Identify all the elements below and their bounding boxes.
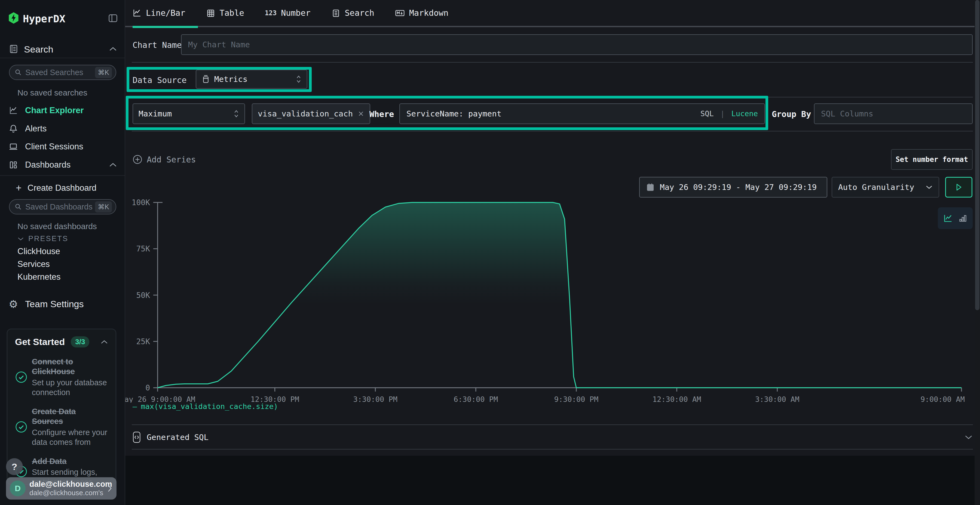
user-email: dale@clickhouse.com (29, 480, 103, 489)
svg-text:12:30:00 PM: 12:30:00 PM (250, 395, 299, 403)
sidebar-divider (0, 58, 125, 58)
sidebar-item-client-sessions[interactable]: Client Sessions (9, 142, 83, 152)
query-language-toggle[interactable]: SQL | Lucene (700, 110, 758, 118)
data-source-label: Data Source (132, 75, 187, 85)
svg-text:12:30:00 AM: 12:30:00 AM (652, 395, 701, 403)
no-saved-searches-text: No saved searches (18, 88, 88, 97)
sidebar-item-label: Client Sessions (25, 142, 83, 152)
no-saved-dashboards-text: No saved dashboards (18, 222, 97, 231)
legend-label: max(visa_validation_cache.size) (141, 402, 278, 411)
chevron-up-icon[interactable] (109, 46, 117, 52)
database-icon (202, 75, 210, 84)
svg-text:9:30:00 PM: 9:30:00 PM (554, 395, 599, 403)
row-divider (132, 62, 973, 63)
set-number-format-button[interactable]: Set number format (891, 149, 973, 170)
sidebar-section-search[interactable]: Search (24, 44, 53, 55)
close-icon[interactable] (358, 110, 364, 117)
sidebar-item-dashboards[interactable]: Dashboards (9, 160, 70, 170)
tab-search[interactable]: Search (331, 8, 374, 18)
svg-text:100K: 100K (132, 198, 150, 207)
user-menu[interactable]: D dale@clickhouse.com dale@clickhouse.co… (6, 477, 116, 500)
view-tabbar: Line/Bar Table 123 Number Search (125, 0, 980, 27)
active-tab-indicator (132, 26, 198, 28)
chevron-up-icon[interactable] (109, 162, 117, 168)
preset-kubernetes[interactable]: Kubernetes (18, 272, 61, 282)
get-started-badge: 3/3 (71, 336, 89, 348)
search-icon (14, 68, 22, 76)
preset-services[interactable]: Services (18, 259, 50, 269)
get-started-item[interactable]: Connect to ClickHouse Set up your databa… (15, 357, 108, 397)
sidebar-item-label: Dashboards (25, 160, 70, 170)
generated-sql-toggle[interactable]: Generated SQL (132, 429, 973, 446)
chart-area-fill (158, 202, 961, 388)
group-by-input[interactable] (814, 103, 973, 124)
sidebar-item-chart-explorer[interactable]: Chart Explorer (9, 106, 84, 115)
saved-searches-field[interactable] (25, 68, 95, 77)
legend-dash: — (132, 402, 137, 411)
svg-text:May 26 9:00:00 AM: May 26 9:00:00 AM (125, 395, 195, 403)
updown-chevrons-icon (296, 75, 301, 84)
svg-text:50K: 50K (136, 291, 150, 300)
aggregation-select[interactable]: Maximum (132, 103, 245, 124)
timeseries-chart[interactable]: May 26 9:00:00 AM12:30:00 PM3:30:00 PM6:… (125, 191, 980, 403)
presets-toggle[interactable]: PRESETS (18, 235, 68, 243)
chevron-down-icon (18, 237, 24, 241)
help-button[interactable]: ? (6, 458, 23, 475)
line-chart-icon (132, 8, 142, 18)
chart-legend[interactable]: — max(visa_validation_cache.size) (132, 402, 278, 411)
create-dashboard-button[interactable]: + Create Dashboard (16, 182, 96, 194)
preset-clickhouse[interactable]: ClickHouse (18, 246, 60, 256)
chevron-up-icon[interactable] (100, 340, 108, 345)
user-subtitle: dale@clickhouse.com's (29, 489, 103, 497)
tab-line-bar[interactable]: Line/Bar (132, 8, 185, 18)
get-started-title: Get Started (15, 337, 65, 347)
row-divider (132, 131, 973, 132)
get-started-item[interactable]: Create Data Sources Configure where your… (15, 407, 108, 447)
gear-icon: ⚙ (9, 299, 18, 310)
sidebar: HyperDX Search ⌘K No saved searches Char… (0, 0, 125, 505)
avatar: D (10, 481, 25, 496)
svg-text:9:00:00 AM: 9:00:00 AM (920, 395, 965, 403)
svg-text:0: 0 (145, 383, 150, 392)
hyperdx-logo-icon (8, 12, 19, 25)
plus-circle-icon (132, 154, 142, 164)
saved-dashboards-input[interactable]: ⌘K (9, 199, 116, 214)
sidebar-divider (0, 175, 125, 176)
dashboard-grid-icon (9, 160, 18, 170)
list-doc-icon (331, 8, 340, 18)
shortcut-badge: ⌘K (95, 201, 112, 213)
markdown-icon (395, 8, 405, 18)
tab-table[interactable]: Table (206, 8, 244, 18)
search-section-icon (9, 43, 19, 54)
tab-number[interactable]: 123 Number (265, 8, 310, 18)
chart-name-input[interactable] (181, 34, 973, 55)
scrollbar-thumb[interactable] (975, 0, 980, 310)
app-title: HyperDX (23, 13, 65, 25)
data-source-select[interactable]: Metrics (196, 70, 307, 89)
sidebar-item-team-settings[interactable]: ⚙ Team Settings (9, 299, 84, 310)
tab-markdown[interactable]: Markdown (395, 8, 449, 18)
sidebar-item-alerts[interactable]: Alerts (9, 124, 46, 133)
scrollbar-track[interactable] (975, 0, 980, 505)
where-input-wrap: SQL | Lucene (399, 103, 765, 124)
sidebar-item-label: Team Settings (25, 299, 84, 310)
sidebar-item-label: Alerts (25, 124, 46, 133)
svg-text:6:30:00 PM: 6:30:00 PM (454, 395, 498, 403)
code-icon (132, 431, 141, 443)
laptop-icon (9, 142, 18, 151)
get-started-card: Get Started 3/3 Connect to ClickHouse Se… (7, 329, 116, 485)
bell-icon (9, 124, 18, 133)
saved-searches-input[interactable]: ⌘K (9, 65, 116, 80)
main-panel: Line/Bar Table 123 Number Search (125, 0, 980, 456)
number-123-icon: 123 (265, 9, 277, 17)
metric-tag[interactable]: visa_validation_cach (252, 103, 370, 124)
add-series-button[interactable]: Add Series (132, 154, 196, 164)
where-label: Where (369, 110, 394, 119)
collapse-sidebar-icon[interactable] (108, 13, 118, 24)
check-circle-icon (15, 371, 27, 383)
svg-text:75K: 75K (136, 245, 150, 253)
play-icon (955, 183, 963, 191)
row-divider (132, 449, 973, 449)
saved-dashboards-field[interactable] (25, 202, 95, 211)
plus-icon: + (16, 182, 22, 194)
